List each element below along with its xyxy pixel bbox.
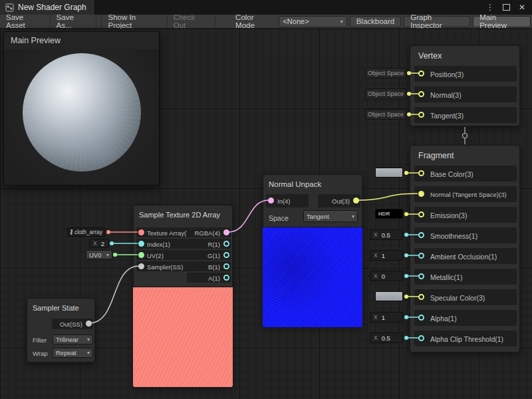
blackboard-button[interactable]: Blackboard (350, 16, 402, 27)
index-field[interactable]: X 2 (89, 239, 109, 248)
main-preview-panel[interactable]: Main Preview (3, 31, 160, 186)
maximize-icon[interactable] (503, 4, 510, 11)
port-label: A(1) (208, 275, 220, 282)
port-label: Metallic(1) (430, 274, 462, 281)
texture-array-object-field[interactable]: cloth_array (67, 227, 106, 237)
connector-dot (404, 253, 408, 257)
uv-channel-dropdown[interactable]: UV0 ▾ (86, 250, 112, 259)
x-label: X (374, 231, 378, 238)
space-dropdown[interactable]: Tangent ▾ (303, 210, 358, 222)
chevron-down-icon: ▾ (87, 350, 90, 356)
port-g[interactable] (223, 252, 229, 258)
port-label: Ambient Occlusion(1) (430, 253, 497, 261)
kebab-menu-icon[interactable]: ⋮ (486, 3, 494, 11)
window-tab[interactable]: New Shader Graph (0, 0, 95, 15)
chevron-down-icon: ▾ (87, 336, 90, 342)
alpha-field[interactable]: X 1 (370, 312, 403, 323)
port-label: RGBA(4) (194, 230, 220, 237)
port-label: Position(3) (430, 71, 464, 78)
connector-dot (110, 241, 114, 245)
port-normal[interactable] (418, 91, 424, 97)
port-alpha-clip-threshold[interactable] (418, 335, 424, 341)
check-out-button[interactable]: Check Out (168, 15, 215, 28)
fragment-row-base-color: Base Color(3) (414, 166, 517, 182)
binding-chip-object-space: Object Space (365, 68, 406, 78)
ambient-occlusion-value: 1 (382, 252, 385, 259)
port-alpha[interactable] (418, 315, 424, 321)
connector-dot (404, 315, 408, 319)
main-preview-button[interactable]: Main Preview (473, 16, 531, 27)
port-ambient-occlusion[interactable] (418, 253, 424, 259)
vertex-node[interactable]: Vertex Position(3) Normal(3) Tangent(3) (410, 45, 520, 126)
wrap-dropdown[interactable]: Repeat ▾ (53, 348, 93, 358)
fragment-node[interactable]: Fragment Base Color(3) Normal (Tangent S… (410, 145, 520, 352)
port-label: In(4) (277, 198, 291, 205)
port-out-ss[interactable] (86, 321, 92, 327)
port-index[interactable] (138, 241, 144, 247)
port-out[interactable] (353, 198, 359, 203)
output-row-rgba: RGBA(4) (187, 227, 231, 237)
port-base-color[interactable] (418, 170, 424, 176)
port-smoothness[interactable] (418, 232, 424, 238)
emission-hdr-swatch[interactable]: HDR (375, 209, 403, 219)
vertex-row-position: Position(3) (414, 66, 517, 82)
port-label: Out(3) (332, 198, 350, 205)
fragment-row-smoothness: Smoothness(1) (414, 227, 517, 243)
connector-dot (113, 253, 117, 257)
show-in-project-button[interactable]: Show In Project (101, 15, 167, 28)
alpha-clip-field[interactable]: X 0.5 (370, 332, 403, 343)
port-normal-tangent-space[interactable] (418, 191, 424, 197)
toolbar: Save Asset Save As... Show In Project Ch… (0, 15, 532, 29)
binding-chip-object-space: Object Space (365, 109, 406, 120)
save-as-button[interactable]: Save As... (51, 15, 97, 28)
main-preview-title: Main Preview (4, 32, 159, 49)
port-texture-array[interactable] (138, 229, 144, 235)
color-mode-label: Color Mode (235, 13, 274, 29)
sampler-state-node[interactable]: Sampler State Out(SS) Filter Trilinear ▾… (27, 298, 95, 362)
port-b[interactable] (223, 263, 229, 269)
input-row-in: In(4) (266, 194, 309, 207)
connector-dot (404, 295, 408, 299)
close-icon[interactable]: ✕ (519, 3, 525, 11)
port-label: G(1) (207, 253, 220, 259)
normal-unpack-node[interactable]: Normal Unpack In(4) Out(3) Space Tangent… (263, 174, 362, 326)
sample-texture-2d-array-node[interactable]: Sample Texture 2D Array Texture Array(T2… (133, 205, 233, 386)
smoothness-field[interactable]: X 0.5 (370, 229, 403, 240)
fragment-row-specular-color: Specular Color(3) (414, 289, 517, 305)
port-rgba[interactable] (223, 229, 229, 235)
normal-unpack-preview (263, 227, 362, 327)
window-title: New Shader Graph (18, 3, 86, 12)
sample-node-title: Sample Texture 2D Array (134, 205, 232, 219)
shader-graph-window: New Shader Graph ⋮ ✕ Save Asset Save As.… (0, 0, 532, 399)
fragment-row-emission: Emission(3) (414, 207, 517, 223)
graph-inspector-button[interactable]: Graph Inspector (404, 16, 470, 27)
port-a[interactable] (223, 275, 229, 281)
port-in[interactable] (268, 198, 274, 203)
alpha-value: 1 (382, 314, 385, 321)
texture-thumbnail-icon (70, 229, 72, 235)
vertex-node-title: Vertex (410, 46, 519, 61)
port-specular-color[interactable] (418, 294, 424, 300)
port-r[interactable] (223, 241, 229, 247)
alpha-clip-value: 0.5 (382, 334, 390, 342)
port-sampler[interactable] (138, 263, 144, 269)
color-mode-dropdown[interactable]: <None> ▾ (279, 16, 346, 27)
window-titlebar: New Shader Graph ⋮ ✕ (0, 0, 532, 15)
metallic-field[interactable]: X 0 (370, 271, 403, 281)
port-position[interactable] (418, 70, 424, 76)
space-label: Space (269, 215, 289, 222)
fragment-row-normal: Normal (Tangent Space)(3) (414, 186, 517, 202)
index-value: 2 (101, 240, 104, 247)
filter-dropdown[interactable]: Trilinear ▾ (53, 334, 93, 344)
specular-color-swatch[interactable] (375, 291, 403, 301)
port-emission[interactable] (418, 211, 424, 217)
port-label: Specular Color(3) (430, 295, 485, 302)
x-label: X (374, 273, 378, 279)
ambient-occlusion-field[interactable]: X 1 (370, 250, 403, 261)
binding-chip-object-space: Object Space (365, 88, 406, 99)
port-uv[interactable] (138, 252, 144, 258)
port-tangent[interactable] (418, 112, 424, 118)
base-color-swatch[interactable] (375, 168, 403, 178)
save-asset-button[interactable]: Save Asset (0, 15, 51, 28)
port-metallic[interactable] (418, 273, 424, 279)
